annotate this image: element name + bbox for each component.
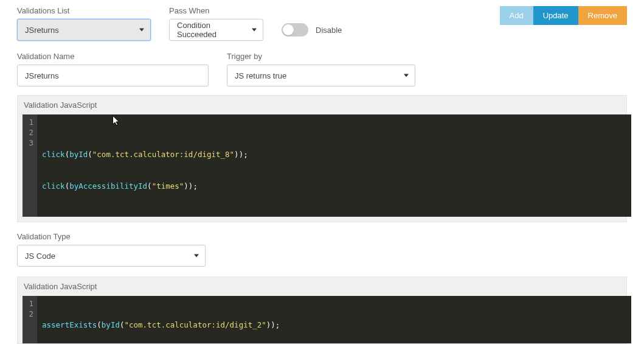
line-number: 2 — [27, 309, 33, 319]
remove-button[interactable]: Remove — [578, 6, 627, 25]
line-number: 1 — [27, 298, 33, 309]
validation-type-group: Validation Type JS Code — [17, 232, 627, 267]
update-button[interactable]: Update — [533, 6, 578, 25]
trigger-by-label: Trigger by — [227, 52, 415, 61]
pass-when-label: Pass When — [169, 6, 263, 15]
code-editor-1[interactable]: 1 2 3 click(byId("com.tct.calculator:id/… — [23, 114, 631, 217]
code-editor-2[interactable]: 1 2 assertExists(byId("com.tct.calculato… — [23, 296, 631, 343]
pass-when-select[interactable]: Condition Succeeded — [169, 19, 263, 41]
line-number: 2 — [27, 127, 33, 138]
chevron-down-icon — [139, 29, 144, 32]
add-button[interactable]: Add — [500, 6, 533, 25]
pass-when-group: Pass When Condition Succeeded — [169, 6, 263, 41]
trigger-by-value: JS returns true — [235, 71, 286, 80]
validation-javascript-header-1: Validation JavaScript — [18, 96, 626, 114]
validation-type-label: Validation Type — [17, 232, 627, 241]
mouse-cursor-icon — [113, 116, 120, 127]
validation-javascript-section-2: Validation JavaScript 1 2 assertExists(b… — [17, 276, 627, 344]
code-gutter-2: 1 2 — [23, 296, 37, 343]
chevron-down-icon — [252, 29, 257, 32]
validations-list-select[interactable]: JSreturns — [17, 19, 151, 41]
code-area-2[interactable]: assertExists(byId("com.tct.calculator:id… — [37, 296, 631, 343]
toggle-knob — [283, 24, 294, 35]
validation-name-label: Validation Name — [17, 52, 209, 61]
disable-label: Disable — [316, 26, 342, 35]
validation-name-group: Validation Name — [17, 52, 209, 86]
validations-list-label: Validations List — [17, 6, 151, 15]
validations-list-group: Validations List JSreturns — [17, 6, 151, 41]
line-number: 1 — [27, 117, 33, 127]
validation-type-select[interactable]: JS Code — [17, 245, 206, 267]
code-gutter-1: 1 2 3 — [23, 114, 37, 217]
disable-toggle[interactable] — [282, 23, 308, 37]
line-number: 3 — [27, 138, 33, 148]
trigger-by-select[interactable]: JS returns true — [227, 65, 415, 86]
validation-javascript-header-2: Validation JavaScript — [18, 277, 626, 296]
action-buttons: Add Update Remove — [500, 6, 627, 25]
trigger-by-group: Trigger by JS returns true — [227, 52, 415, 86]
validations-list-value: JSreturns — [25, 26, 59, 35]
code-area-1[interactable]: click(byId("com.tct.calculator:id/digit_… — [37, 114, 631, 217]
disable-group: Disable — [282, 6, 342, 41]
chevron-down-icon — [194, 254, 199, 258]
validation-name-input[interactable] — [17, 65, 209, 86]
chevron-down-icon — [404, 74, 409, 77]
validation-type-value: JS Code — [25, 251, 55, 261]
pass-when-value: Condition Succeeded — [177, 21, 246, 39]
validation-javascript-section-1: Validation JavaScript 1 2 3 click(byId("… — [17, 95, 627, 222]
disable-spacer — [282, 6, 342, 15]
